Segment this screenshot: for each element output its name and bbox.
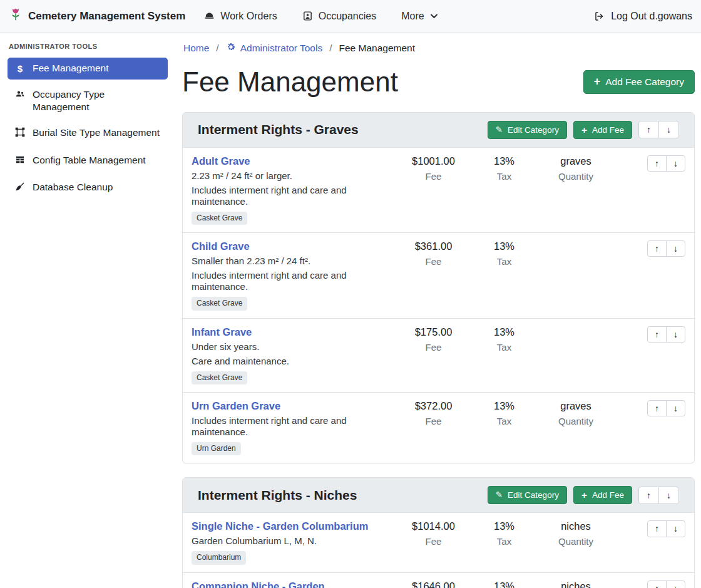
fee-amount: $361.00 [397, 240, 469, 252]
category-controls: ✎Edit Category+Add Fee↑↓ [488, 486, 679, 505]
fee-info: Infant GraveUnder six years.Care and mai… [192, 326, 392, 384]
fee-name-link[interactable]: Companion Niche - Garden Columbarium [192, 580, 392, 588]
dollar-icon: $ [14, 63, 26, 75]
fee-reorder-controls: ↑↓ [618, 580, 685, 588]
fee-info: Child GraveSmaller than 2.23 m² / 24 ft²… [192, 240, 392, 310]
fee-description: Garden Columbarium L, M, N. [192, 535, 392, 547]
top-navbar: Cemetery Management System Work Orders O… [0, 0, 701, 33]
fee-row: Infant GraveUnder six years.Care and mai… [183, 318, 694, 392]
breadcrumb-home-link[interactable]: Home [183, 43, 209, 54]
sidebar-item-burial-site-type-management[interactable]: Burial Site Type Management [8, 122, 168, 145]
app-brand[interactable]: Cemetery Management System [9, 8, 185, 24]
vector-square-icon [14, 127, 26, 140]
move-fee-up-button[interactable]: ↑ [647, 400, 667, 416]
gear-icon [226, 42, 236, 54]
sidebar-item-database-cleanup[interactable]: Database Cleanup [8, 177, 168, 199]
tax-amount: 13% [474, 400, 534, 412]
tax-amount: 13% [474, 520, 534, 532]
nav-more-label: More [401, 11, 424, 22]
edit-category-button[interactable]: ✎Edit Category [488, 121, 567, 139]
fee-info: Urn Garden GraveIncludes interment right… [192, 400, 392, 455]
fee-amount: $175.00 [397, 326, 469, 338]
arrow-up-icon: ↑ [655, 403, 659, 413]
logout-button[interactable]: Log Out d.gowans [594, 11, 692, 22]
table-icon [14, 155, 26, 168]
move-fee-down-button[interactable]: ↓ [666, 240, 685, 257]
tax-label: Tax [474, 342, 534, 353]
quantity-column: nichesQuantity [539, 520, 613, 547]
fee-reorder-controls: ↑↓ [618, 155, 685, 172]
fee-reorder-controls: ↑↓ [618, 326, 685, 343]
fee-type-badge: Columbarium [192, 551, 246, 564]
fee-category-card-interment-rights-graves: Interment Rights - Graves✎Edit Category+… [182, 112, 695, 463]
move-fee-up-button[interactable]: ↑ [647, 326, 667, 343]
nav-work-orders[interactable]: Work Orders [204, 11, 277, 22]
sidebar-item-label: Burial Site Type Management [33, 126, 160, 139]
tax-amount: 13% [474, 155, 534, 167]
breadcrumb-current: Fee Management [339, 43, 416, 54]
move-fee-down-button[interactable]: ↓ [666, 326, 685, 343]
fee-description: Under six years. [192, 341, 392, 353]
sidebar-item-fee-management[interactable]: $Fee Management [8, 58, 168, 80]
add-fee-button[interactable]: +Add Fee [573, 121, 632, 140]
move-fee-up-button[interactable]: ↑ [647, 520, 667, 537]
quantity-unit: graves [539, 400, 613, 412]
fee-name-link[interactable]: Child Grave [192, 240, 250, 252]
move-fee-down-button[interactable]: ↓ [666, 580, 685, 588]
edit-category-button[interactable]: ✎Edit Category [488, 486, 567, 504]
fee-name-link[interactable]: Urn Garden Grave [192, 400, 280, 412]
arrow-up-icon: ↑ [647, 490, 651, 500]
move-fee-up-button[interactable]: ↑ [647, 580, 667, 588]
move-category-down-button[interactable]: ↓ [658, 121, 679, 138]
tax-column: 13%Tax [474, 580, 534, 588]
fee-info: Adult Grave2.23 m² / 24 ft² or larger.In… [192, 155, 392, 225]
add-fee-category-button[interactable]: + Add Fee Category [583, 70, 695, 94]
category-list: Interment Rights - Graves✎Edit Category+… [182, 112, 695, 588]
move-fee-down-button[interactable]: ↓ [666, 400, 685, 416]
fee-label: Fee [397, 342, 469, 353]
tax-label: Tax [474, 536, 534, 547]
fee-column: $361.00Fee [397, 240, 469, 267]
nav-occupancies[interactable]: Occupancies [302, 11, 377, 22]
plus-icon: + [594, 76, 600, 88]
category-controls: ✎Edit Category+Add Fee↑↓ [488, 121, 679, 140]
sidebar-item-label: Config Table Management [33, 154, 146, 167]
fee-reorder-controls: ↑↓ [618, 240, 685, 257]
quantity-label: Quantity [539, 171, 613, 182]
fee-description: Includes interment right and care and ma… [192, 270, 392, 292]
fee-name-link[interactable]: Adult Grave [192, 155, 250, 167]
move-fee-down-button[interactable]: ↓ [666, 520, 685, 537]
move-fee-up-button[interactable]: ↑ [647, 240, 667, 257]
fee-list: Single Niche - Garden ColumbariumGarden … [183, 513, 694, 588]
sidebar-heading: ADMINISTRATOR TOOLS [9, 43, 166, 50]
move-fee-up-button[interactable]: ↑ [647, 155, 667, 172]
tax-amount: 13% [474, 240, 534, 252]
fee-label: Fee [397, 171, 469, 182]
fee-name-link[interactable]: Infant Grave [192, 326, 252, 338]
fee-column: $1014.00Fee [397, 520, 469, 547]
tax-amount: 13% [474, 326, 534, 338]
move-fee-down-button[interactable]: ↓ [666, 155, 685, 172]
sidebar-item-config-table-management[interactable]: Config Table Management [8, 150, 168, 172]
add-fee-button[interactable]: +Add Fee [573, 486, 632, 505]
tax-column: 13%Tax [474, 155, 534, 182]
fee-list: Adult Grave2.23 m² / 24 ft² or larger.In… [183, 148, 694, 463]
move-category-up-button[interactable]: ↑ [638, 487, 659, 504]
arrow-up-icon: ↑ [655, 584, 659, 588]
fee-name-link[interactable]: Single Niche - Garden Columbarium [192, 520, 368, 532]
arrow-down-icon: ↓ [667, 490, 671, 500]
fee-type-badge: Casket Grave [192, 212, 247, 225]
breadcrumb-separator: / [329, 43, 332, 54]
breadcrumb-admin-tools-link[interactable]: Administrator Tools [226, 42, 323, 54]
broom-icon [14, 182, 26, 195]
sidebar-item-occupancy-type-management[interactable]: Occupancy Type Management [8, 84, 168, 118]
fee-label: Fee [397, 536, 469, 547]
move-category-up-button[interactable]: ↑ [638, 121, 659, 138]
fee-amount: $372.00 [397, 400, 469, 412]
tax-label: Tax [474, 256, 534, 267]
fee-amount: $1646.00 [397, 580, 469, 588]
fee-description: Smaller than 2.23 m² / 24 ft². [192, 255, 392, 267]
plus-icon: + [581, 490, 587, 500]
move-category-down-button[interactable]: ↓ [658, 487, 679, 504]
nav-more[interactable]: More [401, 11, 437, 22]
